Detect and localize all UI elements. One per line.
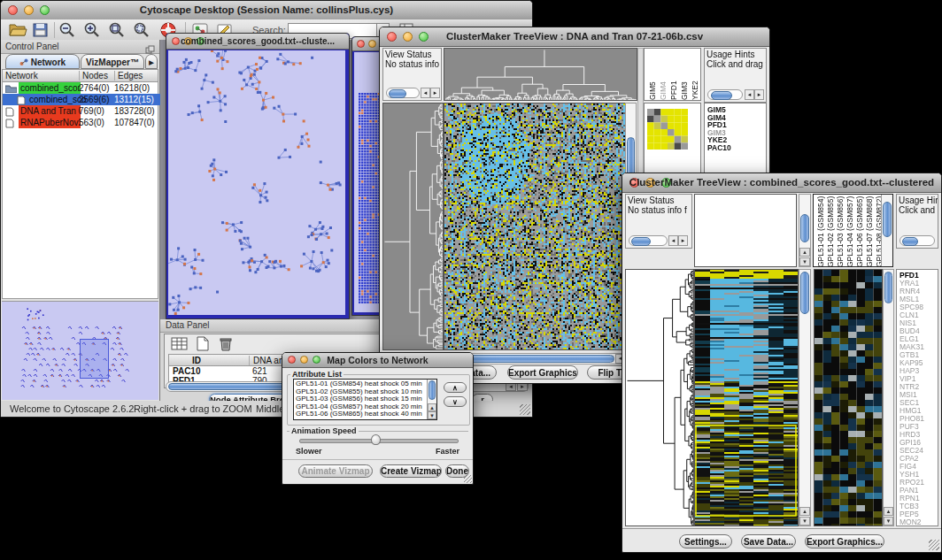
export-graphics-button[interactable]: Export Graphics... [805, 534, 884, 548]
zoom-out-icon[interactable] [58, 21, 79, 41]
column-label[interactable]: YKE2 [691, 50, 699, 100]
tab-network[interactable]: Network [5, 54, 80, 69]
column-dendrogram-canvas[interactable] [444, 48, 637, 101]
resize-grip[interactable] [464, 475, 472, 483]
column-label[interactable]: GPL51-01 (GSM854) [816, 196, 825, 267]
dialog-titlebar[interactable]: Map Colors to Network [282, 353, 473, 368]
col-header-network[interactable]: Network [5, 71, 38, 81]
column-labels-scrollbar[interactable] [881, 195, 892, 266]
row-dendrogram-canvas[interactable] [382, 103, 444, 350]
usage-hints-scrollbar[interactable] [900, 235, 935, 246]
scroll-right-arrow[interactable]: ▸ [678, 235, 688, 246]
scroll-thumb[interactable] [711, 91, 732, 100]
attribute-list-item[interactable]: GPL51-07 (GSM868) heat shock 60 min [296, 418, 425, 420]
scroll-up-arrow[interactable]: ▴ [428, 403, 436, 411]
column-label[interactable]: GPL51-03 (GSM856) [836, 196, 845, 267]
network-a-titlebar[interactable]: combined_scores_good.txt--cluste... [166, 34, 349, 50]
move-down-button[interactable]: ∨ [444, 396, 467, 407]
scroll-right-arrow[interactable]: ▸ [430, 88, 440, 98]
save-data-button[interactable]: Save Data... [741, 534, 796, 548]
scroll-thumb[interactable] [902, 237, 918, 246]
animate-vizmap-button[interactable]: Animate Vizmap [298, 464, 373, 478]
scroll-up-arrow[interactable]: ▴ [799, 507, 810, 516]
main-titlebar[interactable]: Cytoscape Desktop (Session Name: collins… [1, 1, 532, 20]
scroll-thumb[interactable] [631, 237, 651, 246]
scroll-thumb[interactable] [800, 214, 809, 242]
zoom-fit-icon[interactable] [107, 21, 128, 41]
attribute-list-scrollbar[interactable]: ▴ ▾ [427, 380, 436, 419]
scroll-thumb[interactable] [883, 202, 892, 237]
settings-button[interactable]: Settings... [679, 534, 732, 548]
tab-vizmapper[interactable]: VizMapper™ [81, 54, 144, 69]
create-vizmap-button[interactable]: Create Vizmap [380, 464, 442, 478]
scroll-thumb[interactable] [800, 272, 809, 314]
heatmap-canvas[interactable] [694, 269, 799, 526]
usage-hints-text: Click and [899, 205, 935, 216]
column-label[interactable]: PFD1 [669, 50, 678, 100]
column-label[interactable]: GPL51-02 (GSM855) [826, 196, 835, 267]
network-list-row[interactable]: combined_scores2764(0)16218(0) [3, 82, 160, 94]
usage-hints-scrollbar[interactable] [707, 89, 743, 100]
column-dendrogram-area[interactable] [694, 194, 797, 267]
scroll-down-arrow[interactable]: ▾ [799, 257, 810, 266]
network-nodes-count: 563(0) [79, 117, 104, 128]
zoom-heatmap-canvas[interactable] [814, 269, 883, 526]
scroll-left-arrow[interactable]: ◂ [745, 89, 754, 100]
scroll-thumb[interactable] [884, 272, 892, 303]
scroll-right-arrow[interactable]: ▸ [754, 89, 764, 100]
heatmap-canvas[interactable] [444, 103, 626, 350]
scroll-down-arrow[interactable]: ▾ [799, 517, 810, 525]
zoom-selected-icon[interactable] [132, 21, 153, 41]
column-area-vscrollbar[interactable]: ▴ ▾ [799, 194, 811, 267]
column-label[interactable]: GPL51-06 (GSM865) [855, 196, 864, 267]
column-label[interactable]: GIM5 [648, 50, 657, 100]
open-file-icon[interactable] [8, 21, 29, 41]
scroll-up-arrow[interactable]: ▴ [884, 507, 893, 516]
export-graphics-button[interactable]: Export Graphics... [507, 365, 578, 380]
scroll-thumb[interactable] [429, 380, 436, 400]
view-status-scrollbar[interactable] [629, 235, 668, 246]
column-label[interactable]: GIM4 [659, 50, 668, 100]
save-icon[interactable] [31, 21, 52, 41]
network-list-row[interactable]: combined_sco2569(6)13112(15) [3, 94, 160, 105]
network-overview-panel[interactable] [2, 301, 158, 401]
network-view-canvas[interactable] [168, 50, 345, 315]
trash-icon[interactable] [216, 336, 237, 356]
scroll-left-arrow[interactable]: ◂ [668, 235, 678, 246]
speed-slider-thumb[interactable] [371, 434, 381, 445]
scroll-up-arrow[interactable]: ▴ [799, 248, 810, 257]
new-doc-icon[interactable] [193, 336, 214, 356]
resize-grip[interactable] [929, 540, 939, 550]
col-header-edges[interactable]: Edges [114, 71, 143, 81]
col-header-nodes[interactable]: Nodes [79, 71, 108, 81]
scroll-left-arrow[interactable]: ◂ [421, 88, 430, 98]
table-mode-icon[interactable] [170, 336, 191, 356]
zoom-in-icon[interactable] [82, 21, 104, 41]
network-list-row[interactable]: RNAPuberNov2+563(0)107847(0) [3, 117, 160, 128]
close-button[interactable] [357, 40, 365, 48]
minimize-button[interactable] [368, 40, 376, 48]
animation-speed-group: Animation Speed Slower Faster [287, 431, 468, 456]
zoom-matrix-canvas[interactable] [647, 109, 688, 150]
heatmap-vscrollbar[interactable]: ▴ ▾ [799, 269, 811, 526]
column-label[interactable]: GPL51-04 (GSM857) [845, 196, 854, 267]
gene-label[interactable]: MON2 [900, 518, 924, 526]
gene-label[interactable]: PAC10 [707, 144, 731, 152]
move-up-button[interactable]: ∧ [444, 382, 467, 393]
tab-overflow-arrow[interactable]: ▶ [145, 54, 158, 69]
view-status-scrollbar[interactable] [386, 88, 420, 98]
network-view-canvas[interactable] [354, 52, 382, 312]
treeview2-titlebar[interactable]: ClusterMaker TreeView : combined_scores_… [622, 173, 941, 193]
scroll-down-arrow[interactable]: ▾ [884, 517, 893, 525]
scroll-down-arrow[interactable]: ▾ [428, 411, 436, 419]
network-list-row[interactable]: DNA and Tran 07769(0)183728(0) [3, 105, 160, 117]
data-col-id[interactable]: ID [192, 356, 201, 365]
row-dendrogram-canvas[interactable] [625, 269, 694, 526]
zoom-vscrollbar[interactable]: ▴ ▾ [883, 269, 894, 526]
overview-canvas[interactable] [2, 302, 158, 400]
resize-grip[interactable] [520, 404, 530, 415]
column-label[interactable]: GIM3 [680, 50, 689, 100]
column-label[interactable]: GPL51-07 (GSM868) [865, 196, 874, 267]
scroll-thumb[interactable] [389, 89, 406, 98]
treeview1-titlebar[interactable]: ClusterMaker TreeView : DNA and Tran 07-… [380, 27, 769, 47]
